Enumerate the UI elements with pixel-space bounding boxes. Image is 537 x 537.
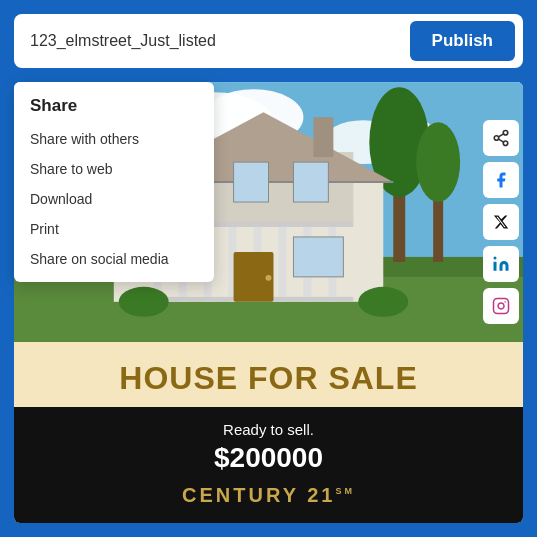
svg-rect-43 [494, 262, 497, 271]
svg-rect-35 [293, 237, 343, 277]
facebook-icon-btn[interactable] [483, 162, 519, 198]
share-dropdown-title: Share [14, 92, 214, 124]
linkedin-icon-btn[interactable] [483, 246, 519, 282]
svg-rect-21 [293, 162, 328, 202]
svg-point-44 [494, 257, 497, 260]
svg-rect-18 [313, 117, 333, 157]
ready-text: Ready to sell. [34, 421, 503, 438]
svg-point-33 [266, 275, 272, 281]
share-dropdown: Share Share with others Share to web Dow… [14, 82, 214, 282]
share-icon-btn[interactable] [483, 120, 519, 156]
svg-rect-45 [494, 299, 509, 314]
house-for-sale-text: HOUSE FOR SALE [34, 360, 503, 397]
svg-line-41 [498, 139, 503, 142]
svg-rect-20 [234, 162, 269, 202]
svg-rect-28 [278, 227, 286, 302]
instagram-icon-btn[interactable] [483, 288, 519, 324]
svg-line-42 [498, 134, 503, 137]
download-item[interactable]: Download [14, 184, 214, 214]
share-social-item[interactable]: Share on social media [14, 244, 214, 274]
print-item[interactable]: Print [14, 214, 214, 244]
svg-point-11 [416, 122, 460, 202]
filename-input[interactable] [30, 32, 410, 50]
x-icon-btn[interactable] [483, 204, 519, 240]
top-bar: Publish [14, 14, 523, 68]
svg-point-36 [119, 287, 169, 317]
listing-headline-area: HOUSE FOR SALE [14, 342, 523, 407]
price-text: $200000 [34, 442, 503, 474]
share-to-web-item[interactable]: Share to web [14, 154, 214, 184]
social-sidebar [483, 120, 519, 324]
svg-point-37 [358, 287, 408, 317]
publish-button[interactable]: Publish [410, 21, 515, 61]
share-with-others-item[interactable]: Share with others [14, 124, 214, 154]
brand-logo: CENTURY 21SM [34, 484, 503, 507]
listing-bottom-area: Ready to sell. $200000 CENTURY 21SM [14, 407, 523, 523]
